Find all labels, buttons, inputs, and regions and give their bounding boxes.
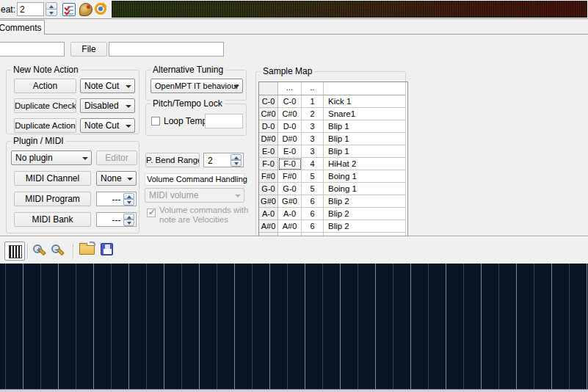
action-dropdown[interactable]: Note Cut [80, 79, 135, 93]
paint-icon[interactable] [79, 3, 92, 16]
sample-map-header-cell [259, 82, 278, 95]
sample-name-cell[interactable]: Blip 2 [324, 195, 406, 208]
mapped-note-cell[interactable]: D-0 [278, 120, 302, 133]
instrument-name-input[interactable] [0, 42, 65, 57]
sample-number-cell[interactable]: 2 [302, 108, 324, 120]
action-button[interactable]: Action [14, 79, 76, 93]
vertical-bars-icon [9, 245, 22, 258]
sample-name-cell[interactable]: Boing 1 [324, 170, 406, 183]
editor-button[interactable]: Editor [96, 150, 137, 165]
checklist-icon[interactable] [62, 3, 76, 16]
chevron-down-icon [126, 105, 131, 108]
note-cell[interactable]: F#0 [259, 170, 278, 183]
sample-number-cell[interactable]: 6 [302, 208, 324, 220]
loop-tempo-input[interactable] [205, 114, 243, 128]
sample-name-cell[interactable]: Kick 1 [324, 95, 406, 108]
sample-number-cell[interactable]: 6 [302, 195, 324, 208]
note-cell[interactable]: G#0 [259, 195, 278, 208]
spin-down-button[interactable] [123, 219, 134, 226]
zoom-out-icon[interactable]: − [51, 244, 60, 253]
mapped-note-cell[interactable]: C-0 [278, 95, 302, 108]
duplicate-action-dropdown[interactable]: Note Cut [80, 118, 135, 133]
mapped-note-cell[interactable]: G-0 [278, 183, 302, 195]
duplicate-action-button[interactable]: Duplicate Action [14, 118, 76, 133]
grid-toggle-button[interactable] [4, 242, 25, 261]
mapped-note-cell[interactable]: F#0 [278, 170, 302, 183]
mapped-note-cell[interactable]: F-0 [278, 158, 302, 170]
note-cell[interactable]: E-0 [259, 145, 278, 158]
sample-name-cell[interactable]: Blip 2 [324, 220, 406, 233]
note-cell[interactable]: C#0 [259, 108, 278, 120]
spin-down-button[interactable] [231, 160, 242, 167]
sample-number-cell[interactable]: 6 [302, 220, 324, 233]
volume-handling-dropdown[interactable]: MIDI volume [145, 188, 244, 203]
midi-channel-dropdown[interactable]: None [96, 171, 137, 186]
mapped-note-cell[interactable]: C#0 [278, 108, 302, 120]
spin-up-button[interactable] [123, 214, 134, 219]
sample-map-table: .....C-0C-01Kick 1C#0C#02Snare1D-0D-03Bl… [258, 81, 408, 236]
beat-spinner [46, 2, 57, 16]
mapped-note-cell[interactable]: A#0 [278, 220, 302, 233]
pitch-bend-range-button[interactable]: P. Bend Range [145, 153, 200, 167]
waveform-view[interactable] [0, 264, 588, 389]
velocity-label-line1: Volume commands with [159, 206, 251, 215]
beat-input[interactable]: 2 [17, 2, 44, 16]
sample-name-cell[interactable]: Blip 1 [324, 120, 406, 133]
mapped-note-cell[interactable]: D#0 [278, 133, 302, 145]
sample-map-header-cell[interactable] [324, 82, 406, 95]
note-cell[interactable]: D#0 [259, 133, 278, 145]
midi-channel-button[interactable]: MIDI Channel [14, 171, 91, 186]
sample-number-cell[interactable]: 3 [302, 145, 324, 158]
sample-name-cell[interactable]: Snare1 [324, 108, 406, 120]
sample-name-cell[interactable]: Blip 2 [324, 208, 406, 220]
instrument-panel: File New Note Action Action Note Cut Dup… [0, 35, 588, 236]
mapped-note-cell[interactable]: A-0 [278, 208, 302, 220]
velocity-checkbox[interactable]: ✓ [147, 208, 156, 217]
zoom-in-icon[interactable]: + [33, 244, 42, 253]
sample-number-cell[interactable]: 3 [302, 133, 324, 145]
sample-map-row: G#0G#06Blip 2 [259, 195, 407, 208]
note-cell[interactable]: G-0 [259, 183, 278, 195]
mapped-note-cell[interactable]: E-0 [278, 145, 302, 158]
duplicate-check-button[interactable]: Duplicate Check [14, 98, 76, 113]
sample-number-cell[interactable]: 5 [302, 170, 324, 183]
midi-bank-button[interactable]: MIDI Bank [14, 212, 91, 227]
tab-comments[interactable]: Comments [0, 20, 45, 35]
sample-number-cell[interactable]: 4 [302, 158, 324, 170]
chevron-down-icon [126, 85, 131, 88]
sample-number-cell[interactable]: 1 [302, 95, 324, 108]
sample-map-row: D-0D-03Blip 1 [259, 120, 407, 133]
sample-name-cell[interactable]: Boing 1 [324, 183, 406, 195]
pitch-bend-range-spinbox[interactable]: 2 [203, 153, 244, 167]
sample-number-cell[interactable]: 3 [302, 120, 324, 133]
open-folder-icon[interactable] [79, 245, 95, 255]
sample-name-cell[interactable]: Blip 1 [324, 145, 406, 158]
plugin-dropdown[interactable]: No plugin [11, 150, 92, 165]
midi-program-spinbox[interactable]: --- [96, 192, 137, 206]
midi-program-button[interactable]: MIDI Program [14, 192, 91, 206]
refresh-icon[interactable] [95, 3, 106, 15]
beat-spin-down-button[interactable] [46, 9, 57, 16]
note-cell[interactable]: A#0 [259, 220, 278, 233]
chevron-down-icon [82, 157, 88, 160]
note-cell[interactable]: F-0 [259, 158, 278, 170]
spin-up-button[interactable] [123, 193, 134, 199]
sample-number-cell[interactable]: 5 [302, 183, 324, 195]
sample-name-cell[interactable]: HiHat 2 [324, 158, 406, 170]
spin-up-button[interactable] [231, 154, 242, 160]
duplicate-check-dropdown[interactable]: Disabled [80, 98, 135, 113]
note-cell[interactable]: C-0 [259, 95, 278, 108]
sample-name-cell[interactable]: Blip 1 [324, 133, 406, 145]
note-cell[interactable]: A-0 [259, 208, 278, 220]
sample-map-header-cell[interactable]: .. [302, 82, 324, 95]
loop-tempo-checkbox[interactable] [151, 117, 160, 126]
file-button[interactable]: File [70, 42, 107, 57]
sample-map-header-cell[interactable]: ... [278, 82, 302, 95]
tuning-dropdown[interactable]: OpenMPT IT behaviour [150, 79, 243, 93]
file-name-input[interactable] [109, 42, 224, 57]
mapped-note-cell[interactable]: G#0 [278, 195, 302, 208]
midi-bank-spinbox[interactable]: --- [96, 212, 137, 227]
note-cell[interactable]: D-0 [259, 120, 278, 133]
spin-down-button[interactable] [123, 199, 134, 206]
save-icon[interactable] [101, 243, 113, 255]
